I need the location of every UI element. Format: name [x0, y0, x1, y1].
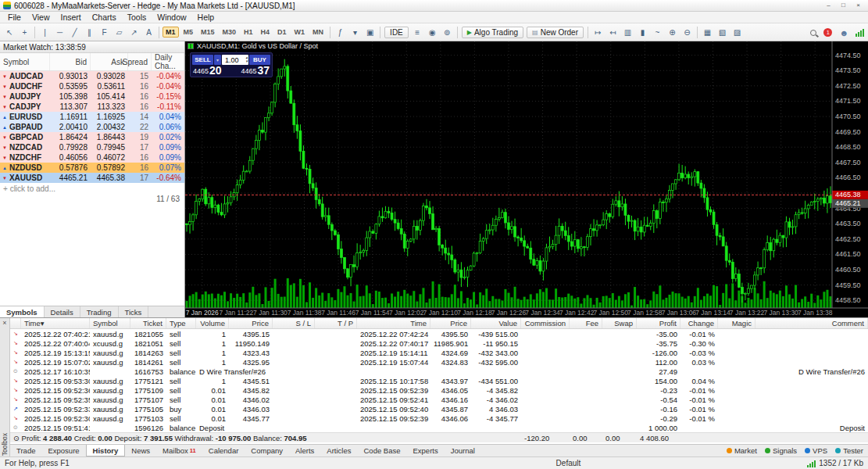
history-row[interactable]: ↘2025.12.19 15:13:15xauusd.g1814263sell1…	[10, 348, 868, 357]
timeframe-m15-button[interactable]: M15	[198, 27, 218, 38]
history-col-swap[interactable]: Swap	[602, 318, 637, 328]
shortcut-signals[interactable]: Signals	[765, 446, 797, 455]
tab-trading[interactable]: Trading	[80, 306, 119, 317]
market-watch-row-eurusd[interactable]: ▲EURUSD1.169111.16925140.04%	[0, 112, 184, 122]
market-watch-add-row[interactable]: + click to add...	[0, 183, 184, 195]
history-col-comment[interactable]: Comment	[755, 318, 868, 328]
indicators-icon[interactable]: ƒ	[334, 26, 347, 39]
tab-code-base[interactable]: Code Base	[357, 445, 406, 456]
menu-tools[interactable]: Tools	[122, 13, 152, 22]
objects-list-icon[interactable]: ▣	[363, 26, 377, 39]
zoom-out-icon[interactable]: ⊖	[680, 26, 694, 39]
tile-windows-icon[interactable]: ▦	[701, 26, 714, 39]
maximize-button[interactable]: □	[837, 1, 850, 10]
menu-insert[interactable]: Insert	[55, 13, 87, 22]
metaeditor-icon[interactable]: ≡	[411, 26, 424, 39]
shortcut-market[interactable]: Market	[727, 446, 757, 455]
user-profile-icon[interactable]: ☻	[839, 28, 848, 38]
toolbox-close-icon[interactable]: ×	[2, 319, 6, 327]
history-row[interactable]: ↘2025.12.19 15:07:02xauusd.g1814261sell1…	[10, 357, 868, 367]
history-row[interactable]: ⊙2025.12.17 16:10:351616753balanceD Wire…	[10, 367, 868, 376]
menu-window[interactable]: Window	[152, 13, 191, 22]
trendline-icon[interactable]: ╱	[68, 26, 81, 39]
chart-panel[interactable]: 4474.504473.504472.504471.504470.504469.…	[185, 41, 868, 317]
tab-details[interactable]: Details	[45, 306, 80, 317]
market-watch-column-headers[interactable]: SymbolBidAskSpreadDaily Cha...	[0, 53, 184, 71]
profile-name[interactable]: Default	[556, 459, 581, 467]
fibonacci-retracement-icon[interactable]: F	[98, 26, 111, 39]
history-col-commission[interactable]: Commission	[521, 318, 570, 328]
crosshair-icon[interactable]: +	[18, 26, 31, 39]
text-label-icon[interactable]: A	[142, 26, 155, 39]
tab-exposure[interactable]: Exposure	[41, 445, 85, 456]
candlestick-mode-icon[interactable]: ▮	[636, 26, 649, 39]
tab-mailbox[interactable]: Mailbox11	[156, 445, 202, 456]
tab-articles[interactable]: Articles	[320, 445, 357, 456]
market-watch-row-cadjpy[interactable]: ▼CADJPY113.307113.32316-0.11%	[0, 102, 184, 112]
history-row[interactable]: ↗2025.12.15 09:52:33xauusd.g1775105buy0.…	[10, 404, 868, 414]
menu-help[interactable]: Help	[192, 13, 220, 22]
tab-company[interactable]: Company	[245, 445, 289, 456]
history-column-headers[interactable]: Time ▾SymbolTicketTypeVolumePriceS / LT …	[10, 318, 868, 329]
tab-history[interactable]: History	[86, 445, 126, 456]
history-col-price[interactable]: Price	[229, 318, 273, 328]
cursor-icon[interactable]: ↖	[3, 26, 16, 39]
shortcut-tester[interactable]: Tester	[835, 446, 863, 455]
close-button[interactable]: ×	[852, 1, 865, 10]
market-watch-row-audjpy[interactable]: ▼AUDJPY105.398105.41416-0.15%	[0, 91, 184, 102]
data-window-icon[interactable]: ▨	[730, 26, 744, 39]
tab-ticks[interactable]: Ticks	[119, 306, 149, 317]
new-order-button[interactable]: ▤New Order	[527, 27, 584, 38]
notifications-icon[interactable]: 1	[823, 28, 832, 37]
mw-col-dailycha[interactable]: Daily Cha...	[152, 53, 184, 70]
shortcut-vps[interactable]: VPS	[805, 446, 827, 455]
history-row[interactable]: ↘2025.12.15 09:53:30xauusd.g1775121sell1…	[10, 376, 868, 385]
line-chart-mode-icon[interactable]: ~	[651, 26, 664, 39]
chart-shift-icon[interactable]: ↤	[606, 26, 620, 39]
auto-scroll-icon[interactable]: ↦	[591, 26, 605, 39]
algo-trading-button[interactable]: ▶Algo Trading	[462, 27, 523, 38]
search-icon[interactable]	[810, 30, 816, 36]
volume-down-icon[interactable]: ▾	[245, 59, 248, 63]
horizontal-line-icon[interactable]: ─	[53, 26, 66, 39]
history-col-icon[interactable]	[10, 318, 21, 328]
timeframe-m1-button[interactable]: M1	[163, 27, 179, 38]
history-row[interactable]: ↘2025.12.22 07:40:21xauusd.g1821055sell1…	[10, 329, 868, 338]
history-row[interactable]: ↘2025.12.22 07:40:04xcuusd.g1821051sell1…	[10, 338, 868, 348]
tab-news[interactable]: News	[125, 445, 156, 456]
cascade-windows-icon[interactable]: ▧	[716, 26, 729, 39]
market-watch-row-nzdchf[interactable]: ▼NZDCHF0.460560.46072160.09%	[0, 152, 184, 163]
history-col-price[interactable]: Price	[430, 318, 471, 328]
menu-view[interactable]: View	[27, 13, 55, 22]
history-col-fee[interactable]: Fee	[570, 318, 602, 328]
tab-journal[interactable]: Journal	[445, 445, 481, 456]
minimize-button[interactable]: –	[822, 1, 835, 10]
equidistant-channel-icon[interactable]: ∥	[83, 26, 96, 39]
timeframe-m30-button[interactable]: M30	[220, 27, 240, 38]
history-col-change[interactable]: Change	[680, 318, 718, 328]
history-col-profit[interactable]: Profit	[637, 318, 680, 328]
timeframe-m5-button[interactable]: M5	[180, 27, 197, 38]
history-row[interactable]: ⊙2025.12.15 09:51:411596126balanceDeposi…	[10, 423, 868, 432]
zoom-in-icon[interactable]: ⊕	[666, 26, 679, 39]
market-watch-row-gbpaud[interactable]: ▲GBPAUD2.004102.00432220.06%	[0, 122, 184, 132]
timeframe-h1-button[interactable]: H1	[241, 27, 256, 38]
tab-calendar[interactable]: Calendar	[202, 445, 245, 456]
tab-symbols[interactable]: Symbols	[0, 306, 45, 317]
history-col-symbol[interactable]: Symbol	[90, 318, 130, 328]
tab-alerts[interactable]: Alerts	[289, 445, 320, 456]
history-col-time[interactable]: Time	[357, 318, 430, 328]
history-col-ticket[interactable]: Ticket	[130, 318, 166, 328]
ide-button[interactable]: IDE	[384, 27, 409, 38]
history-row[interactable]: ↘2025.12.15 09:52:35xauusd.g1775107sell0…	[10, 395, 868, 404]
history-col-tp[interactable]: T / P	[315, 318, 357, 328]
history-row[interactable]: ↘2025.12.15 09:52:36xauusd.g1775109sell0…	[10, 385, 868, 395]
tab-trade[interactable]: Trade	[10, 445, 41, 456]
price-chart[interactable]: 4474.504473.504472.504471.504470.504469.…	[185, 41, 868, 317]
mw-col-bid[interactable]: Bid	[50, 53, 91, 70]
web-terminal-icon[interactable]: ⊚	[441, 26, 454, 39]
history-col-time[interactable]: Time ▾	[21, 318, 90, 328]
volume-input[interactable]: 1.00 ▴▾	[222, 55, 248, 65]
shapes-icon[interactable]: ▱	[113, 26, 126, 39]
history-col-sl[interactable]: S / L	[273, 318, 315, 328]
